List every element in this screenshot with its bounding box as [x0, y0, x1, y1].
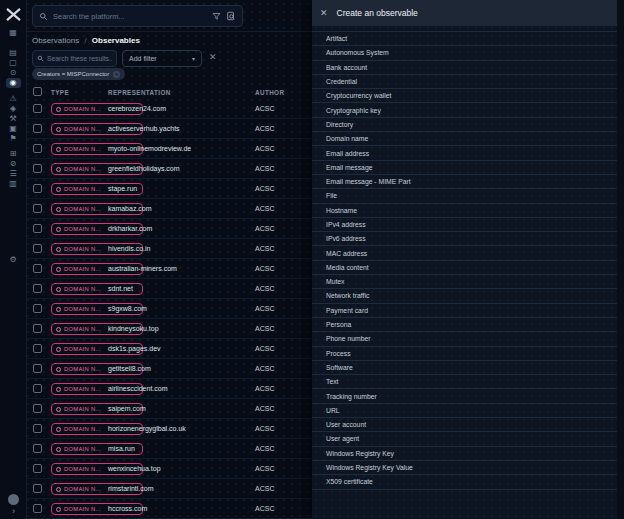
table-row[interactable]: DOMAIN N... dsk1s.pages.dev ACSC — [27, 339, 312, 359]
table-row[interactable]: DOMAIN N... sdnt.net ACSC — [27, 279, 312, 299]
observable-type-option[interactable]: Artifact — [312, 32, 617, 46]
table-row[interactable]: DOMAIN N... cerebrozen24.com ACSC — [27, 99, 312, 119]
row-checkbox[interactable] — [33, 464, 42, 473]
observable-type-option[interactable]: URL — [312, 404, 617, 418]
observable-type-option[interactable]: Windows Registry Key — [312, 447, 617, 461]
row-checkbox[interactable] — [33, 404, 42, 413]
observable-type-option[interactable]: Tracking number — [312, 389, 617, 403]
sidebar-nav-item[interactable]: ⊙ — [0, 68, 27, 78]
row-checkbox[interactable] — [33, 444, 42, 453]
observable-type-option[interactable]: IPv4 address — [312, 218, 617, 232]
collapse-sidebar-icon[interactable]: › — [12, 507, 15, 516]
row-checkbox[interactable] — [33, 384, 42, 393]
observable-type-option[interactable]: X509 certificate — [312, 475, 617, 489]
user-avatar[interactable] — [8, 494, 19, 505]
sidebar-nav-item[interactable]: ⚠ — [0, 94, 27, 104]
table-row[interactable]: DOMAIN N... stape.run ACSC — [27, 179, 312, 199]
sidebar-nav-item[interactable]: ▤ — [0, 48, 27, 58]
observable-type-option[interactable]: User agent — [312, 432, 617, 446]
table-row[interactable]: DOMAIN N... hccross.com ACSC — [27, 499, 312, 519]
breadcrumb-observations[interactable]: Observations — [32, 36, 79, 45]
select-all-checkbox[interactable] — [33, 87, 42, 96]
table-row[interactable]: DOMAIN N... kamabaz.com ACSC — [27, 199, 312, 219]
row-checkbox[interactable] — [33, 144, 42, 153]
observable-type-option[interactable]: Persona — [312, 318, 617, 332]
row-checkbox[interactable] — [33, 224, 42, 233]
row-checkbox[interactable] — [33, 504, 42, 513]
sidebar-nav-item[interactable]: ▢ — [0, 58, 27, 68]
column-header-representation[interactable]: REPRESENTATION — [108, 86, 171, 99]
table-row[interactable]: DOMAIN N... activeserverhub.yachts ACSC — [27, 119, 312, 139]
global-search-input[interactable] — [53, 12, 207, 21]
observable-type-option[interactable]: Network traffic — [312, 289, 617, 303]
row-checkbox[interactable] — [33, 324, 42, 333]
results-search-input[interactable] — [47, 55, 112, 62]
sidebar-nav-item[interactable]: ▥ — [0, 179, 27, 189]
sidebar-nav-item[interactable]: ▣ — [0, 124, 27, 134]
observable-type-option[interactable]: Text — [312, 375, 617, 389]
table-row[interactable]: DOMAIN N... australian-miners.com ACSC — [27, 259, 312, 279]
row-checkbox[interactable] — [33, 104, 42, 113]
observable-type-option[interactable]: Domain name — [312, 132, 617, 146]
global-search[interactable] — [32, 5, 243, 27]
observable-type-option[interactable]: Media content — [312, 261, 617, 275]
observable-type-option[interactable]: File — [312, 189, 617, 203]
observable-type-option[interactable]: Software — [312, 361, 617, 375]
opencti-logo-icon[interactable] — [0, 0, 26, 28]
table-row[interactable]: DOMAIN N... drkharkar.com ACSC — [27, 219, 312, 239]
observable-type-option[interactable]: Phone number — [312, 332, 617, 346]
column-header-author[interactable]: AUTHOR — [255, 86, 284, 99]
table-row[interactable]: DOMAIN N... wenxincehua.top ACSC — [27, 459, 312, 479]
clear-filters-icon[interactable]: ✕ — [209, 53, 217, 62]
sidebar-nav-item[interactable]: ⚑ — [0, 134, 27, 144]
row-checkbox[interactable] — [33, 164, 42, 173]
advanced-search-icon[interactable] — [226, 11, 236, 21]
row-checkbox[interactable] — [33, 284, 42, 293]
sidebar-nav-item[interactable]: ☰ — [0, 169, 27, 179]
results-search[interactable] — [32, 50, 117, 67]
sidebar-nav-item[interactable]: ⚙ — [0, 255, 27, 265]
observable-type-option[interactable]: Process — [312, 347, 617, 361]
add-filter-select[interactable]: Add filter ▾ — [122, 50, 202, 67]
drawer-scrollbar[interactable] — [617, 0, 624, 519]
observable-type-option[interactable]: Email address — [312, 146, 617, 160]
table-row[interactable]: DOMAIN N... rimstarintl.com ACSC — [27, 479, 312, 499]
row-checkbox[interactable] — [33, 344, 42, 353]
observable-type-option[interactable]: Cryptographic key — [312, 103, 617, 117]
row-checkbox[interactable] — [33, 244, 42, 253]
table-row[interactable]: DOMAIN N... horizonenergyglbal.co.uk ACS… — [27, 419, 312, 439]
observable-type-option[interactable]: MAC address — [312, 246, 617, 260]
table-row[interactable]: DOMAIN N... hivendis.co.in ACSC — [27, 239, 312, 259]
row-checkbox[interactable] — [33, 204, 42, 213]
row-checkbox[interactable] — [33, 364, 42, 373]
table-row[interactable]: DOMAIN N... s9gxw8.com ACSC — [27, 299, 312, 319]
row-checkbox[interactable] — [33, 484, 42, 493]
filter-chip[interactable]: Creators = MISPConnector ✕ — [32, 68, 125, 80]
observable-type-option[interactable]: Directory — [312, 118, 617, 132]
row-checkbox[interactable] — [33, 304, 42, 313]
observable-type-option[interactable]: Bank account — [312, 61, 617, 75]
observable-type-option[interactable]: Mutex — [312, 275, 617, 289]
filter-icon[interactable] — [212, 12, 221, 21]
observable-type-option[interactable]: Autonomous System — [312, 46, 617, 60]
table-row[interactable]: DOMAIN N... misa.run ACSC — [27, 439, 312, 459]
observable-type-option[interactable]: IPv6 address — [312, 232, 617, 246]
sidebar-nav-item[interactable]: ◉ — [0, 78, 27, 88]
observable-type-option[interactable]: User account — [312, 418, 617, 432]
observable-type-option[interactable]: Hostname — [312, 204, 617, 218]
row-checkbox[interactable] — [33, 184, 42, 193]
observable-type-option[interactable]: Payment card — [312, 304, 617, 318]
sidebar-nav-item[interactable]: ⊘ — [0, 159, 27, 169]
sidebar-nav-item[interactable]: ⊞ — [0, 149, 27, 159]
filter-chip-close-icon[interactable]: ✕ — [113, 71, 120, 78]
observable-type-option[interactable]: Email message — [312, 161, 617, 175]
row-checkbox[interactable] — [33, 264, 42, 273]
table-row[interactable]: DOMAIN N... saipem.com ACSC — [27, 399, 312, 419]
close-icon[interactable]: ✕ — [320, 9, 328, 18]
table-row[interactable]: DOMAIN N... kindneysoku.top ACSC — [27, 319, 312, 339]
sidebar-nav-item[interactable]: ⚒ — [0, 114, 27, 124]
table-row[interactable]: DOMAIN N... airlinesccident.com ACSC — [27, 379, 312, 399]
row-checkbox[interactable] — [33, 124, 42, 133]
sidebar-nav-item[interactable]: ▦ — [0, 28, 27, 38]
sidebar-nav-item[interactable]: ◈ — [0, 104, 27, 114]
